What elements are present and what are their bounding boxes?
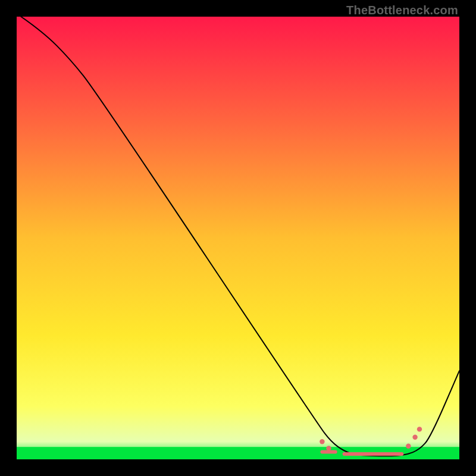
marker-dot bbox=[412, 435, 417, 440]
bottleneck-chart bbox=[17, 17, 459, 459]
marker-dot bbox=[326, 446, 331, 450]
marker-dot bbox=[406, 444, 411, 449]
gradient-background bbox=[17, 17, 459, 459]
marker-dot bbox=[417, 427, 422, 431]
marker-dot bbox=[320, 439, 324, 444]
watermark-text: TheBottleneck.com bbox=[346, 4, 458, 17]
